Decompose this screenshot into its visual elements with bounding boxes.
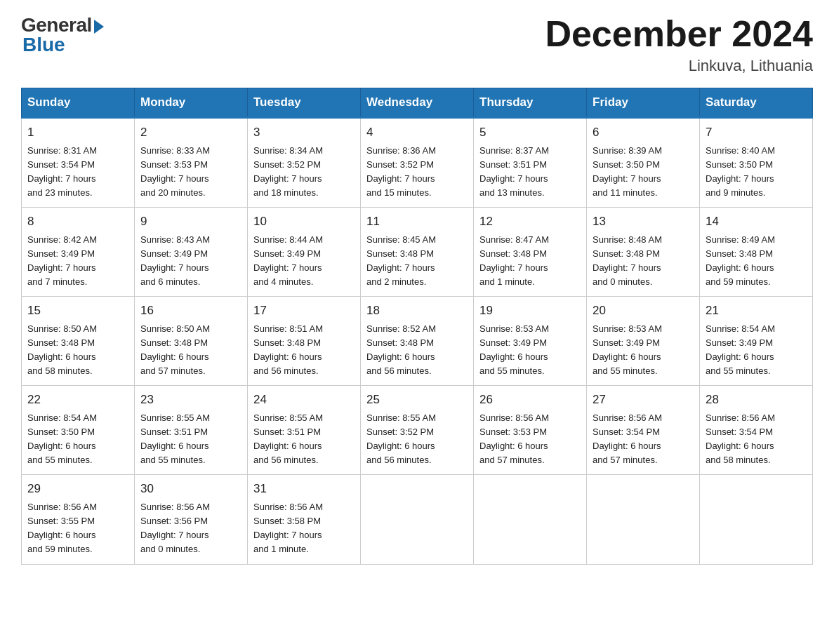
day-info: Sunrise: 8:52 AM Sunset: 3:48 PM Dayligh…: [366, 322, 468, 379]
calendar-cell: 25Sunrise: 8:55 AM Sunset: 3:52 PM Dayli…: [361, 386, 474, 475]
calendar-cell: 6Sunrise: 8:39 AM Sunset: 3:50 PM Daylig…: [587, 118, 700, 208]
day-number: 6: [593, 123, 694, 142]
day-info: Sunrise: 8:49 AM Sunset: 3:48 PM Dayligh…: [706, 233, 807, 290]
day-number: 30: [140, 480, 241, 498]
logo-blue-text: Blue: [22, 34, 65, 56]
day-number: 13: [593, 213, 694, 231]
calendar-cell: [361, 475, 474, 564]
calendar-week-row: 22Sunrise: 8:54 AM Sunset: 3:50 PM Dayli…: [22, 386, 813, 475]
calendar-cell: 26Sunrise: 8:56 AM Sunset: 3:53 PM Dayli…: [474, 386, 587, 475]
day-info: Sunrise: 8:56 AM Sunset: 3:54 PM Dayligh…: [593, 411, 694, 468]
day-info: Sunrise: 8:34 AM Sunset: 3:52 PM Dayligh…: [253, 144, 355, 201]
calendar-cell: 10Sunrise: 8:44 AM Sunset: 3:49 PM Dayli…: [248, 208, 361, 297]
day-info: Sunrise: 8:44 AM Sunset: 3:49 PM Dayligh…: [253, 233, 355, 290]
day-info: Sunrise: 8:56 AM Sunset: 3:58 PM Dayligh…: [253, 500, 355, 557]
day-number: 21: [706, 302, 807, 320]
calendar-header-tuesday: Tuesday: [248, 88, 361, 118]
calendar-week-row: 29Sunrise: 8:56 AM Sunset: 3:55 PM Dayli…: [22, 475, 813, 564]
day-number: 20: [593, 302, 694, 320]
day-number: 7: [706, 123, 807, 142]
calendar-cell: 18Sunrise: 8:52 AM Sunset: 3:48 PM Dayli…: [361, 297, 474, 386]
day-number: 11: [366, 213, 468, 231]
calendar-cell: 2Sunrise: 8:33 AM Sunset: 3:53 PM Daylig…: [135, 118, 248, 208]
day-info: Sunrise: 8:55 AM Sunset: 3:51 PM Dayligh…: [140, 411, 241, 468]
day-number: 1: [27, 123, 128, 142]
calendar-cell: 3Sunrise: 8:34 AM Sunset: 3:52 PM Daylig…: [248, 118, 361, 208]
day-number: 14: [706, 213, 807, 231]
calendar-cell: 27Sunrise: 8:56 AM Sunset: 3:54 PM Dayli…: [587, 386, 700, 475]
calendar-cell: 23Sunrise: 8:55 AM Sunset: 3:51 PM Dayli…: [135, 386, 248, 475]
page-header: General Blue December 2024 Linkuva, Lith…: [21, 14, 813, 75]
calendar-header-friday: Friday: [587, 88, 700, 118]
calendar-week-row: 15Sunrise: 8:50 AM Sunset: 3:48 PM Dayli…: [22, 297, 813, 386]
calendar-cell: 28Sunrise: 8:56 AM Sunset: 3:54 PM Dayli…: [700, 386, 813, 475]
day-info: Sunrise: 8:45 AM Sunset: 3:48 PM Dayligh…: [366, 233, 468, 290]
calendar-cell: [587, 475, 700, 564]
day-info: Sunrise: 8:53 AM Sunset: 3:49 PM Dayligh…: [593, 322, 694, 379]
day-info: Sunrise: 8:37 AM Sunset: 3:51 PM Dayligh…: [479, 144, 581, 201]
day-info: Sunrise: 8:50 AM Sunset: 3:48 PM Dayligh…: [27, 322, 128, 379]
calendar-cell: 11Sunrise: 8:45 AM Sunset: 3:48 PM Dayli…: [361, 208, 474, 297]
day-number: 2: [140, 123, 241, 142]
day-number: 18: [366, 302, 468, 320]
day-info: Sunrise: 8:50 AM Sunset: 3:48 PM Dayligh…: [140, 322, 241, 379]
calendar-cell: 20Sunrise: 8:53 AM Sunset: 3:49 PM Dayli…: [587, 297, 700, 386]
day-number: 17: [253, 302, 355, 320]
logo: General Blue: [21, 14, 104, 56]
day-info: Sunrise: 8:31 AM Sunset: 3:54 PM Dayligh…: [27, 144, 128, 201]
calendar-header-monday: Monday: [135, 88, 248, 118]
day-number: 8: [27, 213, 128, 231]
day-number: 16: [140, 302, 241, 320]
day-info: Sunrise: 8:36 AM Sunset: 3:52 PM Dayligh…: [366, 144, 468, 201]
calendar-cell: [474, 475, 587, 564]
day-number: 27: [593, 391, 694, 409]
calendar-cell: 13Sunrise: 8:48 AM Sunset: 3:48 PM Dayli…: [587, 208, 700, 297]
calendar-cell: 7Sunrise: 8:40 AM Sunset: 3:50 PM Daylig…: [700, 118, 813, 208]
day-number: 29: [27, 480, 128, 498]
day-number: 15: [27, 302, 128, 320]
day-number: 24: [253, 391, 355, 409]
calendar-cell: 29Sunrise: 8:56 AM Sunset: 3:55 PM Dayli…: [22, 475, 135, 564]
calendar-header-thursday: Thursday: [474, 88, 587, 118]
day-number: 5: [479, 123, 581, 142]
logo-arrow-icon: [94, 20, 104, 34]
day-number: 26: [479, 391, 581, 409]
calendar-cell: 31Sunrise: 8:56 AM Sunset: 3:58 PM Dayli…: [248, 475, 361, 564]
calendar-cell: 30Sunrise: 8:56 AM Sunset: 3:56 PM Dayli…: [135, 475, 248, 564]
calendar-cell: 22Sunrise: 8:54 AM Sunset: 3:50 PM Dayli…: [22, 386, 135, 475]
calendar-header-saturday: Saturday: [700, 88, 813, 118]
day-info: Sunrise: 8:55 AM Sunset: 3:51 PM Dayligh…: [253, 411, 355, 468]
day-info: Sunrise: 8:43 AM Sunset: 3:49 PM Dayligh…: [140, 233, 241, 290]
day-info: Sunrise: 8:54 AM Sunset: 3:49 PM Dayligh…: [706, 322, 807, 379]
day-info: Sunrise: 8:54 AM Sunset: 3:50 PM Dayligh…: [27, 411, 128, 468]
day-info: Sunrise: 8:56 AM Sunset: 3:55 PM Dayligh…: [27, 500, 128, 557]
calendar-cell: 24Sunrise: 8:55 AM Sunset: 3:51 PM Dayli…: [248, 386, 361, 475]
calendar-cell: 14Sunrise: 8:49 AM Sunset: 3:48 PM Dayli…: [700, 208, 813, 297]
day-number: 28: [706, 391, 807, 409]
title-block: December 2024 Linkuva, Lithuania: [545, 14, 813, 75]
day-number: 3: [253, 123, 355, 142]
day-number: 19: [479, 302, 581, 320]
day-number: 4: [366, 123, 468, 142]
calendar-header-wednesday: Wednesday: [361, 88, 474, 118]
day-number: 23: [140, 391, 241, 409]
calendar-table: SundayMondayTuesdayWednesdayThursdayFrid…: [21, 88, 813, 564]
day-number: 22: [27, 391, 128, 409]
day-info: Sunrise: 8:39 AM Sunset: 3:50 PM Dayligh…: [593, 144, 694, 201]
day-info: Sunrise: 8:55 AM Sunset: 3:52 PM Dayligh…: [366, 411, 468, 468]
calendar-week-row: 1Sunrise: 8:31 AM Sunset: 3:54 PM Daylig…: [22, 118, 813, 208]
day-info: Sunrise: 8:56 AM Sunset: 3:56 PM Dayligh…: [140, 500, 241, 557]
month-title: December 2024: [545, 14, 813, 54]
calendar-header-row: SundayMondayTuesdayWednesdayThursdayFrid…: [22, 88, 813, 118]
calendar-header-sunday: Sunday: [22, 88, 135, 118]
calendar-cell: 19Sunrise: 8:53 AM Sunset: 3:49 PM Dayli…: [474, 297, 587, 386]
day-number: 10: [253, 213, 355, 231]
calendar-cell: 15Sunrise: 8:50 AM Sunset: 3:48 PM Dayli…: [22, 297, 135, 386]
day-info: Sunrise: 8:47 AM Sunset: 3:48 PM Dayligh…: [479, 233, 581, 290]
location-text: Linkuva, Lithuania: [545, 57, 813, 75]
day-number: 9: [140, 213, 241, 231]
day-number: 31: [253, 480, 355, 498]
day-number: 12: [479, 213, 581, 231]
day-info: Sunrise: 8:48 AM Sunset: 3:48 PM Dayligh…: [593, 233, 694, 290]
day-info: Sunrise: 8:33 AM Sunset: 3:53 PM Dayligh…: [140, 144, 241, 201]
